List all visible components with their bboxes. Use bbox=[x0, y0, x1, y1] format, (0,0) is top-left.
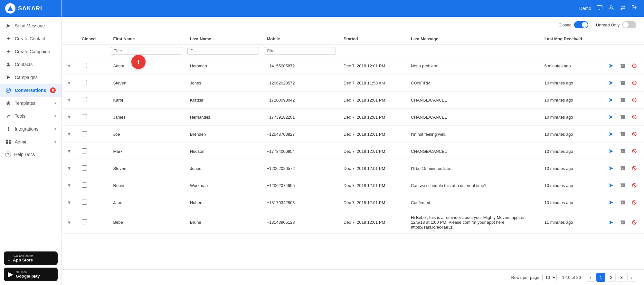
closed-checkbox[interactable] bbox=[82, 219, 87, 224]
send-button[interactable] bbox=[607, 198, 616, 207]
swap-icon[interactable] bbox=[620, 5, 626, 13]
send-button[interactable] bbox=[607, 181, 616, 190]
sidebar-item-create-campaign[interactable]: + Create Campaign bbox=[0, 45, 62, 58]
svg-marker-44 bbox=[609, 201, 613, 204]
svg-marker-28 bbox=[609, 132, 613, 136]
block-button[interactable] bbox=[630, 78, 639, 87]
block-button[interactable] bbox=[630, 130, 639, 139]
add-conversation-fab[interactable]: + bbox=[131, 55, 146, 69]
mobile-cell: +17208098042 bbox=[261, 92, 338, 109]
send-button[interactable] bbox=[607, 130, 616, 139]
block-button[interactable] bbox=[630, 218, 639, 227]
archive-button[interactable] bbox=[618, 181, 627, 190]
block-button[interactable] bbox=[630, 181, 639, 190]
archive-button[interactable] bbox=[618, 147, 627, 156]
filter-first-cell bbox=[108, 45, 185, 57]
svg-marker-48 bbox=[609, 221, 613, 224]
profile-icon[interactable] bbox=[608, 5, 614, 13]
row-expand-button[interactable]: ▼ bbox=[67, 97, 71, 103]
closed-toggle[interactable]: ✕ bbox=[574, 21, 588, 28]
filter-last-name-input[interactable] bbox=[187, 47, 259, 55]
closed-checkbox[interactable] bbox=[82, 182, 87, 188]
prev-page-button[interactable]: ‹ bbox=[586, 273, 595, 282]
rows-per-page: Rows per page: 10 25 50 bbox=[511, 274, 557, 281]
rows-per-page-select[interactable]: 10 25 50 bbox=[542, 274, 557, 281]
page-2-button[interactable]: 2 bbox=[607, 273, 616, 282]
next-page-button[interactable]: › bbox=[627, 273, 636, 282]
sidebar-item-contacts[interactable]: Contacts bbox=[0, 58, 62, 71]
sidebar-item-tools[interactable]: Tools ▾ bbox=[0, 110, 62, 123]
send-button[interactable] bbox=[607, 95, 616, 104]
screen-icon[interactable] bbox=[596, 5, 603, 13]
archive-button[interactable] bbox=[618, 130, 627, 139]
sidebar-item-integrations[interactable]: Integrations ▾ bbox=[0, 123, 62, 135]
send-button[interactable] bbox=[607, 61, 616, 70]
svg-marker-16 bbox=[609, 81, 613, 85]
archive-button[interactable] bbox=[618, 198, 627, 207]
closed-checkbox[interactable] bbox=[82, 63, 87, 68]
send-button[interactable] bbox=[607, 78, 616, 87]
filter-started-cell bbox=[338, 45, 406, 57]
block-button[interactable] bbox=[630, 95, 639, 104]
archive-button[interactable] bbox=[618, 61, 627, 70]
send-button[interactable] bbox=[607, 218, 616, 227]
last-name-cell: Brune bbox=[185, 211, 261, 234]
page-1-button[interactable]: 1 bbox=[596, 273, 605, 282]
block-button[interactable] bbox=[630, 147, 639, 156]
sidebar-item-templates[interactable]: Templates ▾ bbox=[0, 97, 62, 110]
archive-button[interactable] bbox=[618, 78, 627, 87]
row-expand-button[interactable]: ▼ bbox=[67, 63, 71, 68]
closed-checkbox[interactable] bbox=[82, 200, 87, 205]
row-expand-button[interactable]: ▼ bbox=[67, 183, 71, 188]
google-play-badge[interactable]: ▶ Get it on Google play bbox=[4, 268, 58, 281]
sidebar-item-conversations[interactable]: Conversations 8 bbox=[0, 84, 62, 97]
block-button[interactable] bbox=[630, 164, 639, 173]
started-cell: Dec 7, 2018 12:01 PM bbox=[338, 143, 406, 160]
row-expand-button[interactable]: ▼ bbox=[67, 114, 71, 120]
send-button[interactable] bbox=[607, 113, 616, 122]
closed-checkbox[interactable] bbox=[82, 165, 87, 171]
sidebar-label-integrations: Integrations bbox=[15, 126, 38, 132]
row-expand-button[interactable]: ▼ bbox=[67, 166, 71, 171]
sidebar-item-help-docs[interactable]: ? Help Docs bbox=[0, 148, 62, 161]
svg-marker-4 bbox=[6, 101, 11, 105]
svg-point-11 bbox=[610, 5, 612, 8]
last-name-cell: Kratzer bbox=[185, 92, 261, 109]
filter-first-name-input[interactable] bbox=[111, 47, 182, 55]
closed-checkbox[interactable] bbox=[82, 97, 87, 102]
admin-chevron-icon: ▾ bbox=[54, 140, 56, 144]
page-3-button[interactable]: 3 bbox=[617, 273, 626, 282]
closed-checkbox[interactable] bbox=[82, 80, 87, 85]
row-expand-button[interactable]: ▼ bbox=[67, 200, 71, 205]
sidebar-item-campaigns[interactable]: Campaigns bbox=[0, 71, 62, 84]
sidebar-item-admin[interactable]: Admin ▾ bbox=[0, 135, 62, 148]
closed-checkbox[interactable] bbox=[82, 114, 87, 119]
archive-button[interactable] bbox=[618, 95, 627, 104]
table-row: ▼ Jane Hubert +13179342803 Dec 7, 2018 1… bbox=[62, 194, 644, 211]
archive-button[interactable] bbox=[618, 113, 627, 122]
logout-icon[interactable] bbox=[631, 5, 638, 13]
mobile-cell: +13179342803 bbox=[261, 194, 338, 211]
archive-button[interactable] bbox=[618, 164, 627, 173]
send-button[interactable] bbox=[607, 164, 616, 173]
closed-checkbox[interactable] bbox=[82, 148, 87, 153]
archive-button[interactable] bbox=[618, 218, 627, 227]
row-actions bbox=[607, 78, 639, 87]
block-button[interactable] bbox=[630, 61, 639, 70]
row-expand-button[interactable]: ▼ bbox=[67, 149, 71, 154]
row-expand-button[interactable]: ▼ bbox=[67, 220, 71, 225]
row-expand-button[interactable]: ▼ bbox=[67, 132, 71, 137]
sidebar-item-create-contact[interactable]: + Create Contact bbox=[0, 32, 62, 45]
svg-line-27 bbox=[633, 116, 636, 119]
block-button[interactable] bbox=[630, 113, 639, 122]
block-button[interactable] bbox=[630, 198, 639, 207]
table-row: ▼ Karol Kratzer +17208098042 Dec 7, 2018… bbox=[62, 92, 644, 109]
row-expand-button[interactable]: ▼ bbox=[67, 80, 71, 85]
send-button[interactable] bbox=[607, 147, 616, 156]
filter-mobile-input[interactable] bbox=[264, 47, 336, 55]
sidebar-item-send-message[interactable]: Send Message bbox=[0, 19, 62, 32]
unread-only-toggle[interactable]: ✕ bbox=[622, 21, 636, 28]
last-name-cell: Horsman bbox=[185, 57, 261, 74]
closed-checkbox[interactable] bbox=[82, 131, 87, 136]
app-store-badge[interactable]:  Available on the App Store bbox=[4, 251, 58, 265]
